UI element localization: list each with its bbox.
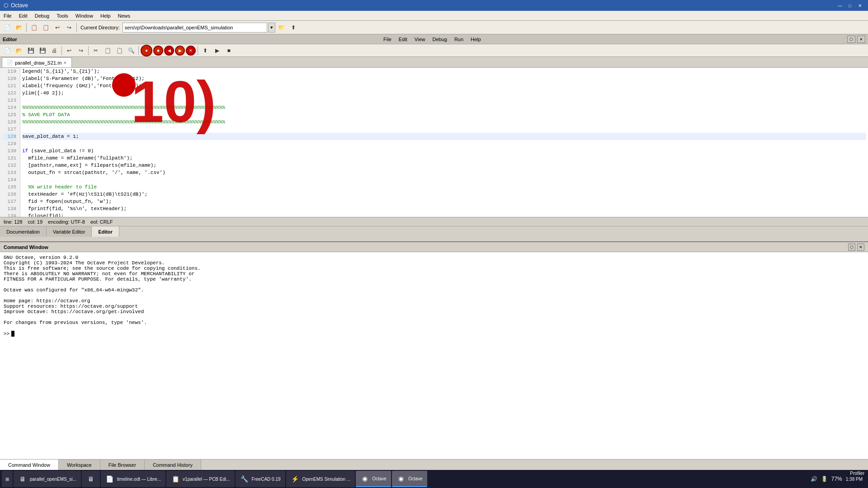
command-input-line: >> — [4, 331, 864, 337]
editor-paste-button[interactable]: 📋 — [114, 45, 125, 56]
editor-find-button[interactable]: 🔍 — [126, 45, 137, 56]
dock-tab-workspace[interactable]: Workspace — [59, 460, 100, 470]
profiler-label[interactable]: Profiler — [850, 471, 864, 476]
run-stop-button[interactable]: ■ — [223, 45, 234, 56]
debug-quit-button[interactable]: ✕ — [186, 46, 196, 56]
editor-new-button[interactable]: 📄 — [2, 45, 13, 56]
taskbar-label-8: Octave — [408, 476, 423, 481]
taskbar-octave-2[interactable]: ◉ Octave — [392, 471, 427, 487]
line-numbers: 119 120 121 122 123 124 125 126 127 128 … — [0, 68, 20, 217]
go-up-button[interactable]: ⬆ — [288, 22, 299, 33]
license-1: This is free software; see the source co… — [4, 266, 864, 271]
status-bar: line: 128 col: 19 encoding: UTF-8 eol: C… — [0, 217, 868, 226]
editor-tab-main[interactable]: 📄 parallel_draw_S21.m ✕ — [2, 57, 72, 67]
taskbar-icon-5: 🔧 — [240, 474, 249, 483]
editor-sep-3 — [138, 46, 139, 55]
tab-documentation[interactable]: Documentation — [0, 226, 47, 237]
editor-menu-edit[interactable]: Edit — [395, 36, 411, 43]
menu-help[interactable]: Help — [97, 11, 114, 20]
tab-close-button[interactable]: ✕ — [63, 61, 67, 65]
editor-cut-button[interactable]: ✂ — [90, 45, 101, 56]
volume-icon[interactable]: 🔋 — [821, 476, 828, 482]
editor-window-controls: ⬡ ✕ — [847, 36, 865, 43]
taskbar-pcb-editor[interactable]: 📋 v1parallel — PCB Edi... — [166, 471, 235, 487]
minimize-button[interactable]: — — [835, 1, 844, 9]
code-content[interactable]: legend('S_{11}','S_{21}'); ylabel('S-Par… — [20, 68, 868, 217]
editor-maximize-button[interactable]: ⬡ — [847, 36, 855, 43]
editor-copy-button[interactable]: 📋 — [102, 45, 113, 56]
taskbar-icon-6: ⚡ — [291, 474, 300, 483]
menu-debug[interactable]: Debug — [31, 11, 53, 20]
editor-print-button[interactable]: 🖨 — [49, 45, 60, 56]
command-window-content[interactable]: GNU Octave, version 9.2.0 Copyright (C) … — [0, 252, 868, 459]
taskbar-label-3: timeline.odt — Libre... — [117, 477, 161, 482]
app-title: ⬡ Octave — [4, 2, 28, 9]
blank-2 — [4, 293, 864, 298]
taskbar-libreoffice[interactable]: 📄 timeline.odt — Libre... — [101, 471, 165, 487]
editor-open-button[interactable]: 📂 — [14, 45, 24, 56]
window-controls: — □ ✕ — [835, 1, 864, 9]
app-icon: ⬡ — [4, 2, 8, 9]
debug-breakpoint-button[interactable]: ● — [141, 45, 152, 56]
taskbar-item-2[interactable]: 🖥 — [82, 471, 100, 487]
menu-tools[interactable]: Tools — [53, 11, 72, 20]
dir-dropdown-button[interactable]: ▼ — [268, 23, 275, 33]
debug-stop-button[interactable]: ■ — [153, 46, 163, 56]
tab-editor[interactable]: Editor — [92, 226, 119, 237]
editor-sep-2 — [88, 46, 89, 55]
copy-button[interactable]: 📋 — [28, 22, 39, 33]
debug-remove-button[interactable]: ◀ — [164, 46, 174, 56]
editor-menu-debug[interactable]: Debug — [429, 36, 450, 43]
close-button[interactable]: ✕ — [855, 1, 864, 9]
menu-window[interactable]: Window — [72, 11, 97, 20]
menu-file[interactable]: File — [0, 11, 15, 20]
editor-menu-help[interactable]: Help — [467, 36, 485, 43]
run-continue-button[interactable]: ▶ — [212, 45, 222, 56]
status-eol: eol: CRLF — [90, 219, 113, 225]
editor-menu-file[interactable]: File — [380, 36, 395, 43]
menu-news[interactable]: News — [114, 11, 134, 20]
run-step-button[interactable]: ⬆ — [200, 45, 211, 56]
taskbar-label-6: OpenEMS Simulation ... — [302, 477, 351, 482]
network-icon[interactable]: 🔊 — [811, 476, 817, 482]
cw-maximize-button[interactable]: ⬡ — [848, 244, 855, 251]
taskbar-start-button[interactable]: ⊞ — [2, 471, 13, 487]
tab-variable-editor[interactable]: Variable Editor — [47, 226, 92, 237]
time-display: 1:38 PM — [846, 477, 863, 482]
editor-save-all-button[interactable]: 💾 — [37, 45, 48, 56]
open-file-button[interactable]: 📂 — [14, 22, 24, 33]
editor-undo-button[interactable]: ↩ — [64, 45, 75, 56]
editor-close-button[interactable]: ✕ — [857, 36, 865, 43]
new-file-button[interactable]: 📄 — [2, 22, 13, 33]
tab-label: parallel_draw_S21.m — [15, 60, 61, 66]
dock-tab-command-window[interactable]: Command Window — [0, 460, 59, 470]
cw-close-button[interactable]: ✕ — [857, 244, 864, 251]
maximize-button[interactable]: □ — [845, 1, 854, 9]
dock-tab-command-history[interactable]: Command History — [145, 460, 201, 470]
debug-next-button[interactable]: ▶ — [175, 46, 185, 56]
current-dir-input[interactable] — [123, 23, 267, 33]
taskbar-openems[interactable]: ⚡ OpenEMS Simulation ... — [286, 471, 355, 487]
menu-edit[interactable]: Edit — [15, 11, 31, 20]
paste-button[interactable]: 📋 — [40, 22, 51, 33]
dock-tabs: Command Window Workspace File Browser Co… — [0, 459, 868, 470]
browse-dir-button[interactable]: 📁 — [276, 22, 287, 33]
editor-redo-button[interactable]: ↪ — [75, 45, 86, 56]
editor-sep-4 — [198, 46, 198, 55]
taskbar-parallel-openems[interactable]: 🖥 parallel_openEMS_si... — [14, 471, 81, 487]
editor-menu-run[interactable]: Run — [451, 36, 467, 43]
editor-menu-view[interactable]: View — [411, 36, 429, 43]
editor-save-button[interactable]: 💾 — [25, 45, 36, 56]
undo-button[interactable]: ↩ — [52, 22, 63, 33]
redo-button[interactable]: ↪ — [64, 22, 75, 33]
taskbar-right: 🔊 🔋 77% 1:38 PM — [811, 476, 866, 482]
menu-bar: File Edit Debug Tools Window Help News — [0, 11, 868, 21]
tab-file-icon: 📄 — [7, 60, 13, 66]
dock-tab-file-browser[interactable]: File Browser — [100, 460, 145, 470]
blank-3 — [4, 314, 864, 320]
code-editor[interactable]: 119 120 121 122 123 124 125 126 127 128 … — [0, 68, 868, 217]
taskbar-octave-1[interactable]: ◉ Octave — [356, 471, 391, 487]
editor-menus: File Edit View Debug Run Help — [380, 36, 485, 43]
status-line: line: 128 — [4, 219, 23, 225]
taskbar-freecad[interactable]: 🔧 FreeCAD 0.19 — [236, 471, 285, 487]
